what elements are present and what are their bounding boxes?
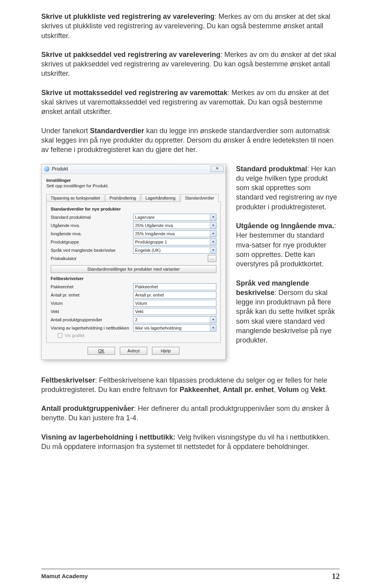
combo-sprak[interactable]: Engelsk (UK)▾ [133,247,216,254]
row-lagerbeholdning-visning: Visning av lagerbeholdning i nettbutikke… [51,324,216,332]
label: Inngående mva. [51,231,133,236]
row-vis-grafikk: Vis grafikk [58,333,216,338]
combo-gruppenivaaer[interactable]: 2▾ [133,316,216,323]
chevron-down-icon: ▾ [210,239,216,245]
chevron-down-icon: ▾ [210,222,216,229]
label: Volum [51,301,133,306]
label: Standard produktmal [51,215,133,220]
label: Vekt [51,309,133,314]
row-vekt: Vekt Vekt [51,308,216,315]
section-title: Standardverdier for nye produkter [51,207,216,211]
combo-standard-produktmal[interactable]: Lagervare▾ [133,214,216,221]
titlebar: Produkt ✕ [42,165,225,174]
input-vekt[interactable]: Vekt [133,308,216,315]
priskalkulator-button[interactable]: … [208,255,216,262]
combo-inngaende-mva[interactable]: 25% Inngående mva▾ [133,230,216,237]
row-utgaende-mva: Utgående mva. 25% Utgående mva▾ [51,222,216,229]
ok-button[interactable]: OK [88,347,115,355]
tab-panel: Standardverdier for nye produkter Standa… [46,201,221,343]
paragraph: Skrive ut pakkseddel ved registrering av… [41,50,340,79]
text: Under fanekort [41,127,90,135]
window-title: Produkt [52,166,210,172]
label: Språk ved manglende beskrivelse [51,248,133,253]
row-inngaende-mva: Inngående mva. 25% Inngående mva▾ [51,230,216,237]
label: Antall produktgruppenivåer [51,317,133,322]
help-button[interactable]: Hjelp [152,347,179,355]
footer-divider [41,569,340,569]
dialog-subheading: Sett opp innstillinger for Produkt. [46,183,221,188]
term: Utgående og Inngående mva. [236,222,334,230]
combo-produktgruppe[interactable]: Produktgruppe 1▾ [133,238,216,245]
chevron-down-icon: ▾ [210,325,216,331]
term: Skrive ut pakkseddel ved registrering av… [41,51,220,59]
paragraph: Skrive ut plukkliste ved registrering av… [41,12,340,40]
section-title: Feltbeskrivelser [51,276,216,281]
term: Feltbeskrivelser [41,376,95,384]
label: Antall pr. enhet [51,293,133,297]
app-icon [44,166,49,172]
chevron-down-icon: ▾ [210,214,216,220]
page-number: 12 [332,572,340,581]
paragraph: Under fanekort Standardverdier kan du le… [41,126,340,155]
term: Skrive ut mottaksseddel ved registrering… [41,89,227,97]
term: Standard produktmal [236,165,307,173]
dialog-heading: Innstillinger [46,178,221,183]
paragraph: Antall produktgruppenivåer: Her definere… [41,404,340,423]
label: Pakkeenhet [51,284,133,289]
label: Vis grafikk [65,333,85,338]
chevron-down-icon: ▾ [210,247,216,253]
cancel-button[interactable]: Avbryt [120,347,147,355]
produkt-dialog: Produkt ✕ Innstillinger Sett opp innstil… [41,164,226,360]
paragraph: Språk ved manglende beskrivelse: Dersom … [236,278,340,345]
input-pakkeenhet[interactable]: Pakkeenhet [133,283,216,290]
label: Priskalkulator [51,256,206,261]
footer-brand: Mamut Academy [41,573,88,579]
tab-standardverdier[interactable]: Standardverdier [181,194,219,202]
term: Visning av lagerbeholdning i nettbutikk: [41,433,176,441]
tab-tilpasning[interactable]: Tilpasning av funksjonalitet [46,194,104,202]
row-standard-produktmal: Standard produktmal Lagervare▾ [51,214,216,221]
paragraph: Visning av lagerbeholdning i nettbutikk:… [41,432,340,452]
tab-strip: Tilpasning av funksjonalitet Prishåndter… [46,194,221,201]
varianter-button[interactable]: Standardinnstillinger for produkter med … [51,265,216,273]
label: Visning av lagerbeholdning i nettbutikke… [51,326,133,330]
term: Skrive ut plukkliste ved registrering av… [41,13,214,20]
row-gruppenivaaer: Antall produktgruppenivåer 2▾ [51,316,216,323]
term: Standardverdier [90,127,144,135]
row-priskalkulator: Priskalkulator … [51,255,216,262]
input-antall-pr-enhet[interactable]: Antall pr. enhet [133,291,216,299]
combo-utgaende-mva[interactable]: 25% Utgående mva▾ [133,222,216,229]
row-volum: Volum Volum [51,300,216,307]
input-volum[interactable]: Volum [133,300,216,307]
paragraph: Utgående og Inngående mva.: Her bestemme… [236,221,340,269]
row-pakkeenhet: Pakkeenhet Pakkeenhet [51,283,216,290]
label: Produktgruppe [51,240,133,244]
text: : Dersom du skal legge inn produktnavn p… [236,289,335,344]
combo-lagerbeholdning-visning[interactable]: Ikke vis lagerbeholdning▾ [133,324,216,332]
chevron-down-icon: ▾ [210,231,216,237]
row-produktgruppe: Produktgruppe Produktgruppe 1▾ [51,238,216,245]
close-icon[interactable]: ✕ [210,166,224,172]
term: Antall produktgruppenivåer [41,405,134,412]
chevron-down-icon: ▾ [210,317,216,323]
checkbox-vis-grafikk[interactable] [58,333,62,338]
tab-prishandtering[interactable]: Prishåndtering [105,194,141,202]
tab-lagerhandtering[interactable]: Lagerhåndtering [141,194,179,202]
paragraph: Standard produktmal: Her kan du velge hv… [236,164,340,212]
label: Utgående mva. [51,223,133,228]
paragraph: Skrive ut mottaksseddel ved registrering… [41,88,340,117]
row-sprak: Språk ved manglende beskrivelse Engelsk … [51,247,216,254]
row-antall-pr-enhet: Antall pr. enhet Antall pr. enhet [51,291,216,299]
paragraph: Feltbeskrivelser: Feltbeskrivelsene kan … [41,376,340,395]
